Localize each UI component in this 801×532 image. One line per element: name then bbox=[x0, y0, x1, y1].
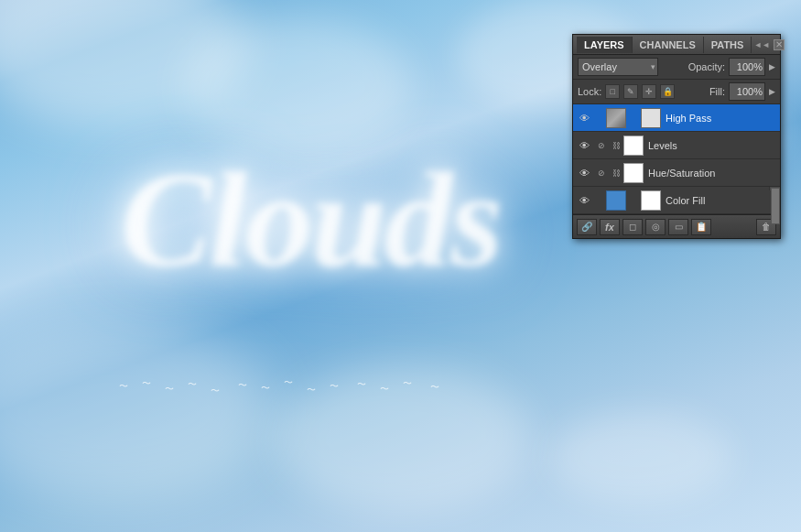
layer-chain-hue-saturation: ⛓ bbox=[612, 168, 621, 178]
bird-8: 〜 bbox=[284, 376, 293, 389]
layer-effects-button[interactable]: fx bbox=[600, 219, 620, 235]
layer-chain-levels: ⛓ bbox=[612, 141, 621, 150]
bird-2: 〜 bbox=[142, 377, 151, 390]
lock-label: Lock: bbox=[578, 86, 601, 97]
cloud-patch-6 bbox=[549, 412, 732, 504]
layer-name-levels: Levels bbox=[646, 140, 776, 151]
lock-position-btn[interactable]: ✛ bbox=[642, 84, 656, 99]
panel-close-button[interactable]: ✕ bbox=[774, 39, 785, 50]
layer-thumb-levels bbox=[623, 136, 644, 156]
layer-name-color-fill: Color Fill bbox=[664, 195, 776, 206]
opacity-label: Opacity: bbox=[688, 61, 725, 72]
new-group-button[interactable]: ▭ bbox=[668, 219, 688, 235]
layer-thumb-high-pass bbox=[606, 108, 626, 128]
bird-7: 〜 bbox=[261, 382, 270, 395]
birds-group: 〜 〜 〜 〜 〜 〜 〜 〜 〜 〜 〜 〜 〜 〜 bbox=[110, 375, 476, 403]
fill-label: Fill: bbox=[709, 86, 725, 97]
bird-3: 〜 bbox=[165, 383, 174, 396]
bird-1: 〜 bbox=[119, 380, 128, 393]
tab-paths[interactable]: PATHS bbox=[704, 37, 752, 53]
layer-row-levels[interactable]: 👁 ⊘ ⛓ Levels bbox=[573, 132, 780, 159]
opacity-arrow-icon[interactable]: ▶ bbox=[769, 62, 775, 71]
fill-input[interactable] bbox=[729, 82, 765, 101]
layer-filter-hue-saturation: ⊘ bbox=[594, 166, 609, 180]
bird-12: 〜 bbox=[380, 383, 389, 396]
bird-13: 〜 bbox=[403, 377, 412, 390]
layer-visibility-high-pass[interactable]: 👁 bbox=[577, 111, 591, 125]
bird-5: 〜 bbox=[211, 385, 220, 397]
clouds-text: Clouds bbox=[27, 142, 595, 298]
bird-14: 〜 bbox=[430, 381, 439, 394]
scrollbar-thumb[interactable] bbox=[771, 188, 780, 224]
layer-row-hue-saturation[interactable]: 👁 ⊘ ⛓ Hue/Saturation bbox=[573, 159, 780, 187]
layer-visibility-levels[interactable]: 👁 bbox=[577, 138, 591, 153]
blend-mode-wrapper: Overlay Normal Multiply Screen Soft Ligh… bbox=[578, 58, 658, 76]
layers-list: 👁 High Pass 👁 ⊘ ⛓ Levels 👁 ⊘ ⛓ Hue/Satur… bbox=[573, 104, 780, 214]
layer-thumb-color-fill bbox=[606, 190, 626, 211]
layer-name-high-pass: High Pass bbox=[664, 113, 776, 124]
fill-arrow-icon[interactable]: ▶ bbox=[769, 87, 775, 96]
panel-controls: ◄◄ ✕ bbox=[753, 39, 785, 50]
layers-panel: LAYERS CHANNELS PATHS ◄◄ ✕ Overlay Norma… bbox=[572, 34, 781, 239]
opacity-input[interactable] bbox=[729, 58, 765, 76]
bird-11: 〜 bbox=[357, 378, 366, 391]
tab-channels[interactable]: CHANNELS bbox=[633, 37, 704, 53]
new-layer-button[interactable]: 📋 bbox=[691, 219, 711, 235]
adjustment-layer-button[interactable]: ◎ bbox=[645, 219, 666, 235]
link-layers-button[interactable]: 🔗 bbox=[577, 219, 597, 235]
tab-layers[interactable]: LAYERS bbox=[577, 37, 633, 53]
layer-name-hue-saturation: Hue/Saturation bbox=[646, 168, 776, 179]
blend-mode-select[interactable]: Overlay Normal Multiply Screen Soft Ligh… bbox=[578, 58, 658, 76]
layer-visibility-hue-saturation[interactable]: 👁 bbox=[577, 166, 591, 180]
add-mask-button[interactable]: ◻ bbox=[622, 219, 643, 235]
bird-6: 〜 bbox=[238, 379, 247, 392]
layer-filter-levels: ⊘ bbox=[594, 138, 609, 153]
bird-10: 〜 bbox=[330, 380, 339, 393]
panel-tabs: LAYERS CHANNELS PATHS bbox=[577, 37, 752, 53]
bird-9: 〜 bbox=[307, 384, 316, 396]
bird-4: 〜 bbox=[188, 378, 197, 391]
layer-mask-high-pass bbox=[641, 108, 661, 128]
lock-transparent-btn[interactable]: □ bbox=[605, 84, 620, 99]
lock-row: Lock: □ ✎ ✛ 🔒 Fill: ▶ bbox=[573, 80, 780, 104]
panel-titlebar: LAYERS CHANNELS PATHS ◄◄ ✕ bbox=[573, 35, 780, 55]
blend-mode-row: Overlay Normal Multiply Screen Soft Ligh… bbox=[573, 55, 780, 80]
cloud-patch-2 bbox=[183, 18, 412, 156]
panel-bottom-toolbar: 🔗 fx ◻ ◎ ▭ 📋 🗑 bbox=[573, 214, 780, 238]
layer-row-color-fill[interactable]: 👁 Color Fill bbox=[573, 187, 780, 214]
lock-image-btn[interactable]: ✎ bbox=[623, 84, 638, 99]
layer-visibility-color-fill[interactable]: 👁 bbox=[577, 193, 591, 208]
panel-collapse-icon[interactable]: ◄◄ bbox=[753, 40, 770, 49]
layer-mask-color-fill bbox=[641, 190, 661, 211]
lock-all-btn[interactable]: 🔒 bbox=[660, 84, 675, 99]
layer-row-high-pass[interactable]: 👁 High Pass bbox=[573, 104, 780, 132]
layer-thumb-hue-saturation bbox=[623, 163, 644, 183]
layers-scrollbar[interactable] bbox=[769, 187, 780, 190]
